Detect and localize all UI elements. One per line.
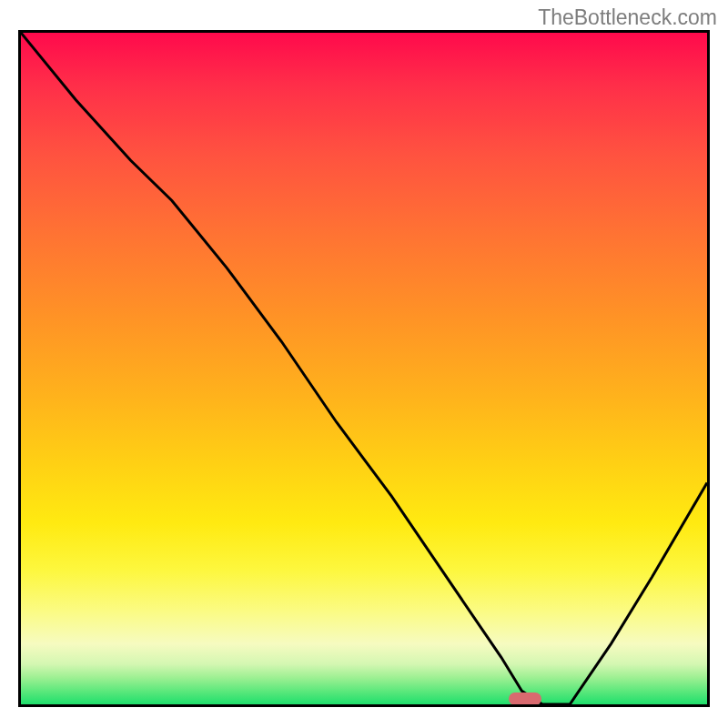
watermark-text: TheBottleneck.com — [538, 5, 717, 30]
optimum-marker — [509, 693, 541, 705]
bottleneck-curve — [21, 33, 707, 704]
plot-area — [18, 30, 710, 707]
curve-svg — [21, 33, 707, 704]
chart-container: TheBottleneck.com — [0, 0, 728, 728]
